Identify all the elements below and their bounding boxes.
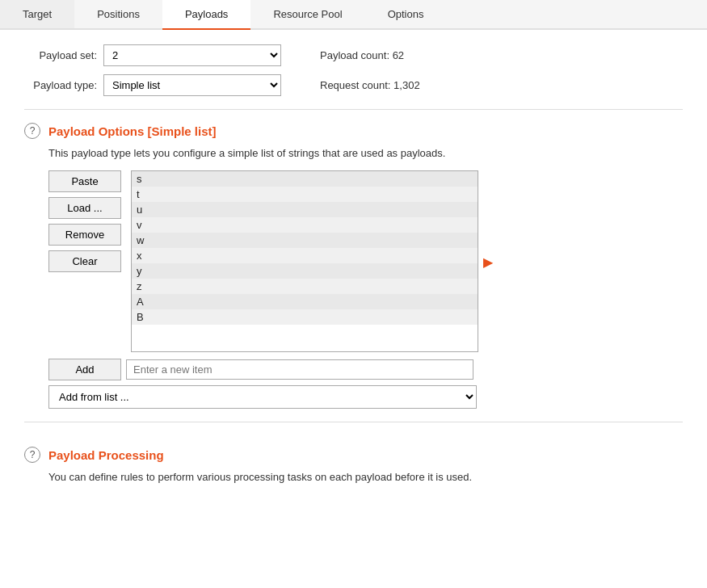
add-from-list-select[interactable]: Add from list ... a-z A-Z 0-9 a-zA-Z a-z… <box>48 385 477 409</box>
payload-options-help-icon[interactable]: ? <box>24 123 40 139</box>
payload-action-buttons: Paste Load ... Remove Clear <box>48 170 121 272</box>
payload-set-label: Payload set: <box>24 49 97 61</box>
payload-processing-desc: You can define rules to perform various … <box>48 471 683 483</box>
scroll-right-arrow-icon: ▶ <box>483 254 493 269</box>
payload-processing-title: Payload Processing <box>48 448 164 462</box>
payload-processing-section: ? Payload Processing You can define rule… <box>24 447 683 483</box>
tab-options[interactable]: Options <box>365 0 447 28</box>
paste-button[interactable]: Paste <box>48 170 121 192</box>
list-item[interactable]: z <box>132 279 478 294</box>
add-item-row: Add <box>48 359 683 380</box>
tab-resource-pool[interactable]: Resource Pool <box>250 0 364 28</box>
remove-button[interactable]: Remove <box>48 224 121 246</box>
list-item[interactable]: w <box>132 233 478 248</box>
payload-set-select[interactable]: 2 1 3 4 <box>103 44 281 66</box>
divider-1 <box>24 109 683 110</box>
payload-count-value: 62 <box>393 49 404 61</box>
payload-list-container: stuvwxyzAB ▶ <box>131 170 478 352</box>
list-item[interactable]: t <box>132 187 478 202</box>
payload-options-desc: This payload type lets you configure a s… <box>48 147 683 159</box>
payload-list-area: Paste Load ... Remove Clear stuvwxyzAB ▶ <box>48 170 683 352</box>
payload-options-header: ? Payload Options [Simple list] <box>24 123 683 139</box>
load-button[interactable]: Load ... <box>48 197 121 219</box>
divider-2 <box>24 422 683 422</box>
payload-type-row: Payload type: Simple list Runtime file C… <box>24 74 683 96</box>
payload-set-row: Payload set: 2 1 3 4 Payload count: 62 <box>24 44 683 66</box>
list-item[interactable]: v <box>132 217 478 233</box>
list-item[interactable]: y <box>132 263 478 279</box>
payload-processing-header: ? Payload Processing <box>24 447 683 463</box>
tab-bar: Target Positions Payloads Resource Pool … <box>0 0 707 30</box>
payload-type-select[interactable]: Simple list Runtime file Custom iterator… <box>103 74 281 96</box>
request-count-label: Request count: 1,302 <box>320 79 420 91</box>
payload-count-label: Payload count: 62 <box>320 49 404 61</box>
list-item[interactable]: B <box>132 309 478 325</box>
payload-listbox[interactable]: stuvwxyzAB <box>131 170 478 352</box>
list-item[interactable]: u <box>132 202 478 217</box>
payload-options-title: Payload Options [Simple list] <box>48 124 217 138</box>
list-item[interactable]: A <box>132 294 478 309</box>
add-from-list-row: Add from list ... a-z A-Z 0-9 a-zA-Z a-z… <box>48 385 683 409</box>
payload-type-label: Payload type: <box>24 79 97 91</box>
request-count-value: 1,302 <box>393 79 420 91</box>
add-button[interactable]: Add <box>48 359 121 380</box>
tab-target[interactable]: Target <box>0 0 74 28</box>
clear-button[interactable]: Clear <box>48 250 121 272</box>
main-content: Payload set: 2 1 3 4 Payload count: 62 P… <box>0 30 707 509</box>
payload-processing-help-icon[interactable]: ? <box>24 447 40 463</box>
tab-payloads[interactable]: Payloads <box>162 0 250 28</box>
list-item[interactable]: x <box>132 248 478 263</box>
tab-positions[interactable]: Positions <box>74 0 162 28</box>
list-item[interactable]: s <box>132 171 478 187</box>
new-item-input[interactable] <box>126 359 473 380</box>
